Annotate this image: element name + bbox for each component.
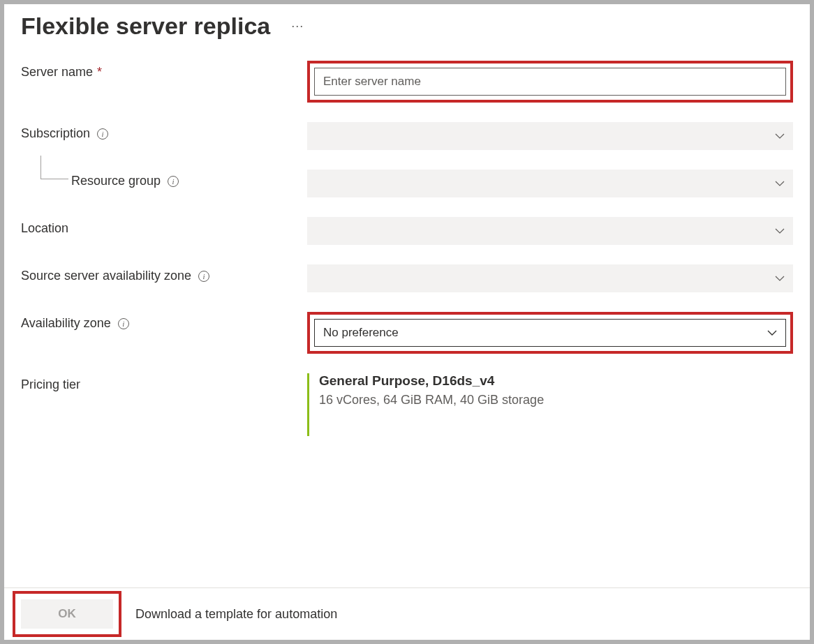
chevron-down-icon	[775, 226, 785, 236]
row-source-az: Source server availability zone i	[21, 264, 793, 292]
row-availability-zone: Availability zone i No preference	[21, 312, 793, 354]
highlight-ok: OK	[13, 591, 121, 637]
page-title: Flexible server replica	[21, 13, 270, 40]
label-resource-group: Resource group i	[21, 170, 307, 188]
replica-panel: Flexible server replica ··· Server name …	[4, 4, 810, 640]
input-col-subscription	[307, 122, 793, 150]
input-col-server-name	[307, 61, 793, 103]
input-col-pricing-tier: General Purpose, D16ds_v4 16 vCores, 64 …	[307, 373, 793, 436]
highlight-server-name	[307, 61, 793, 103]
highlight-availability-zone: No preference	[307, 312, 793, 354]
label-pricing-tier: Pricing tier	[21, 373, 307, 392]
label-server-name: Server name *	[21, 61, 307, 80]
form-area: Server name * Subscription i	[4, 61, 810, 587]
label-source-az: Source server availability zone i	[21, 264, 307, 283]
resource-group-dropdown[interactable]	[307, 170, 793, 197]
chevron-down-icon	[775, 131, 785, 141]
subscription-dropdown[interactable]	[307, 122, 793, 150]
row-server-name: Server name *	[21, 61, 793, 103]
info-icon[interactable]: i	[118, 318, 129, 329]
label-availability-zone: Availability zone i	[21, 312, 307, 331]
info-icon[interactable]: i	[97, 128, 108, 140]
download-template-link[interactable]: Download a template for automation	[135, 607, 337, 622]
source-az-label-text: Source server availability zone	[21, 269, 191, 283]
availability-zone-dropdown[interactable]: No preference	[314, 319, 786, 347]
chevron-down-icon	[775, 274, 785, 283]
tree-connector-icon	[40, 156, 68, 179]
pricing-details: 16 vCores, 64 GiB RAM, 40 GiB storage	[319, 393, 793, 407]
panel-header: Flexible server replica ···	[4, 4, 810, 61]
pricing-tier-label-text: Pricing tier	[21, 377, 80, 392]
input-col-resource-group	[307, 170, 793, 197]
input-col-location	[307, 217, 793, 245]
row-resource-group: Resource group i	[21, 170, 793, 197]
row-pricing-tier: Pricing tier General Purpose, D16ds_v4 1…	[21, 373, 793, 436]
location-label-text: Location	[21, 221, 68, 236]
server-name-label-text: Server name	[21, 65, 93, 80]
availability-zone-value: No preference	[323, 326, 767, 340]
availability-zone-label-text: Availability zone	[21, 316, 111, 331]
panel-footer: OK Download a template for automation	[4, 587, 810, 640]
required-asterisk: *	[97, 65, 102, 80]
subscription-label-text: Subscription	[21, 126, 90, 141]
ok-button[interactable]: OK	[21, 599, 113, 629]
input-col-availability-zone: No preference	[307, 312, 793, 354]
info-icon[interactable]: i	[198, 271, 209, 282]
pricing-title: General Purpose, D16ds_v4	[319, 373, 793, 389]
source-az-dropdown[interactable]	[307, 264, 793, 292]
resource-group-label-text: Resource group	[71, 174, 161, 188]
more-icon[interactable]: ···	[291, 19, 304, 33]
chevron-down-icon	[767, 328, 777, 338]
server-name-input[interactable]	[314, 68, 786, 96]
pricing-box: General Purpose, D16ds_v4 16 vCores, 64 …	[307, 373, 793, 436]
location-dropdown[interactable]	[307, 217, 793, 245]
info-icon[interactable]: i	[168, 176, 179, 187]
label-location: Location	[21, 217, 307, 236]
chevron-down-icon	[775, 179, 785, 188]
row-subscription: Subscription i	[21, 122, 793, 150]
label-subscription: Subscription i	[21, 122, 307, 141]
input-col-source-az	[307, 264, 793, 292]
row-location: Location	[21, 217, 793, 245]
